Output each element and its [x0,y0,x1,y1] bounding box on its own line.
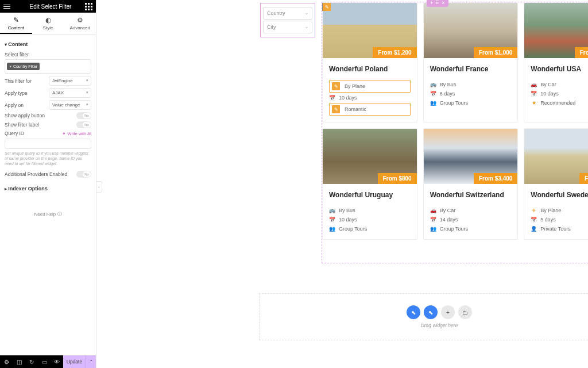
dropzone[interactable]: ⬉ ⬉ + 🗀 Drag widget here [259,293,588,340]
edit-field-icon[interactable]: ✎ [332,82,340,90]
label-show-apply-button: Show apply button [5,113,76,118]
toggle-show-apply-button[interactable]: No [76,112,91,119]
card-image: From $1,000 [424,3,518,58]
group-icon: 👥 [430,100,436,106]
filter-select-country[interactable]: Country [263,7,312,20]
meta-days: 10 days [540,91,559,97]
card-title: Wonderful France [430,65,512,73]
tour-card: ✎ From $2,200 Wonderful USA 🚗By Car 📅10 … [524,2,588,122]
tour-card: ✎ From $1,200 Wonderful Poland ✎By Plane… [322,2,417,122]
label-query-id: Query ID [5,131,62,136]
calendar-icon: 📅 [531,91,537,97]
card-title: Wonderful Switzerland [430,191,512,199]
sidebar-footer: ⚙ ◫ ↻ ▭ 👁 Update ⌃ [0,355,96,368]
add-template-button[interactable]: 🗀 [458,305,472,319]
calendar-icon: 📅 [430,217,436,223]
tab-content[interactable]: ✎Content [0,13,32,34]
tour-card: From $800 Wonderful Uruguay 🚌By Bus 📅10 … [322,128,417,240]
history-icon[interactable]: ↻ [25,359,38,365]
calendar-icon: 📅 [329,95,335,101]
section-handle: + ⠿ × [427,0,448,7]
tour-card: From $3,400 Wonderful Switzerland 🚗By Ca… [423,128,519,240]
bus-icon: 🚌 [430,82,436,87]
drag-section-icon[interactable]: ⠿ [435,0,439,6]
meta-tag: Group Tours [440,226,468,232]
update-dropdown[interactable]: ⌃ [86,355,96,368]
meta-transport: By Plane [345,83,365,89]
card-image: From $800 [323,129,417,184]
add-section-icon[interactable]: + [430,0,433,6]
panel-title: Edit Select Filter [16,3,85,10]
add-flex-button[interactable]: ⬉ [424,305,438,319]
delete-section-icon[interactable]: × [442,0,444,6]
editor-tabs: ✎Content ◐Style ⚙Advanced [0,13,96,34]
tour-card: From $900 Wonderful Sweden ✈By Plane 📅5 … [524,128,588,240]
car-icon: 🚗 [531,82,537,87]
tour-card: From $1,000 Wonderful France 🚌By Bus 📅6 … [423,2,519,122]
section-header-indexer[interactable]: Indexer Options [5,183,91,194]
settings-icon[interactable]: ⚙ [0,359,13,365]
calendar-icon: 📅 [329,217,335,223]
meta-transport: By Car [540,82,556,87]
meta-days: 14 days [440,217,458,223]
update-button[interactable]: Update [63,355,86,368]
label-apply-type: Apply type [5,90,49,96]
calendar-icon: 📅 [430,91,436,97]
meta-days: 10 days [339,217,357,223]
section-header-content[interactable]: Content [5,39,91,49]
price-badge: From $3,400 [474,173,517,184]
filter-tag[interactable]: Country Filter [7,63,40,70]
pencil-icon: ✎ [0,16,32,24]
meta-tag: Group Tours [339,226,367,232]
label-apply-on: Apply on [5,102,49,108]
preview-icon[interactable]: 👁 [51,359,63,365]
car-icon: 🚗 [430,208,436,213]
write-with-ai-link[interactable]: Write with AI [62,131,91,136]
filter-select-city[interactable]: City [263,21,312,33]
card-title: Wonderful Uruguay [329,191,411,199]
edit-field-icon[interactable]: ✎ [332,105,340,113]
add-widget-button[interactable]: + [441,305,455,319]
meta-transport: By Bus [339,208,355,213]
hint-query-id: Set unique query ID if you use multiple … [5,151,91,166]
meta-tag: Private Tours [540,226,570,232]
price-badge: From $800 [378,173,417,184]
price-badge: From $1,000 [474,47,517,58]
select-apply-type[interactable]: AJAX [49,88,91,98]
responsive-icon[interactable]: ▭ [38,359,51,365]
edit-widget-icon[interactable]: ✎ [323,3,331,11]
dropzone-text: Drag widget here [421,323,458,328]
dropzone-buttons: ⬉ ⬉ + 🗀 [407,305,472,319]
tab-advanced[interactable]: ⚙Advanced [64,13,96,34]
add-container-button[interactable]: ⬉ [407,305,420,319]
input-query-id[interactable] [5,139,91,149]
apps-icon[interactable] [85,3,92,10]
select-apply-on[interactable]: Value change [49,100,91,110]
price-badge: From $1,200 [373,47,416,58]
meta-days: 6 days [440,91,455,97]
select-this-filter-for[interactable]: JetEngine [49,76,91,86]
meta-tag: Recommended [540,100,575,106]
person-icon: 👤 [531,226,537,232]
need-help-link[interactable]: Need Help [5,211,91,217]
sidebar-header: Edit Select Filter [0,0,96,13]
card-title: Wonderful USA [531,65,588,73]
sidebar-body: Content Select filter Country Filter Thi… [0,34,96,355]
meta-tag: Group Tours [440,100,468,106]
menu-icon[interactable] [3,5,16,9]
section-content: Content Select filter Country Filter Thi… [5,39,91,178]
editor-sidebar: Edit Select Filter ✎Content ◐Style ⚙Adva… [0,0,96,368]
canvas: Country City ▦ + ⠿ × ✎ From $1,200 Wonde… [96,0,588,368]
filter-tag-input[interactable]: Country Filter [5,59,91,74]
toggle-show-filter-label[interactable]: No [76,121,91,128]
calendar-icon: 📅 [531,217,537,223]
tour-grid: ✎ From $1,200 Wonderful Poland ✎By Plane… [322,2,588,240]
star-icon: ★ [531,100,537,106]
toggle-additional-providers[interactable]: No [76,171,91,178]
plane-icon: ✈ [531,208,537,213]
card-image: From $2,200 [524,3,588,58]
card-image: From $3,400 [424,129,518,184]
group-icon: 👥 [329,226,335,232]
tab-style[interactable]: ◐Style [32,13,64,34]
revisions-icon[interactable]: ◫ [13,359,25,365]
